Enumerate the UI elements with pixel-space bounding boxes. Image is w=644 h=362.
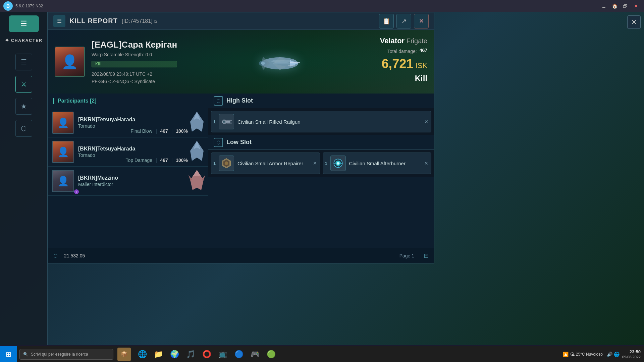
taskbar-icon-cortana[interactable]: 🌐	[135, 347, 150, 362]
participants-panel: Participants [2] [BKRN]TetsuyaHarada Tor…	[48, 94, 208, 248]
railgun-name: Civilian Small Rifled Railgun	[237, 119, 419, 125]
slot-item-afterburner[interactable]: 1	[323, 153, 432, 174]
svg-rect-8	[290, 62, 300, 63]
sidebar-nav-lines[interactable]: ☰	[15, 54, 32, 70]
date: 09/08/2022	[622, 355, 641, 359]
taskbar-search[interactable]: 🔍 Scrivi qui per eseguire la ricerca	[19, 349, 113, 360]
report-button[interactable]: 📋	[379, 14, 394, 28]
participant-row[interactable]: [BKRN]TetsuyaHarada Tornado Final Blow |…	[48, 108, 208, 137]
participants-title: Participants [2]	[53, 98, 97, 104]
close-report-button[interactable]: ✕	[414, 14, 429, 28]
taskbar-icon-epic[interactable]: 🎮	[248, 347, 262, 362]
minimize-button[interactable]: 🗕	[599, 1, 608, 11]
sidebar-nav: ☰ ⚔ ★ ⬡	[0, 54, 47, 137]
high-slot-icon: ⬡	[214, 96, 223, 106]
search-icon: 🔍	[23, 352, 28, 357]
filter-icon[interactable]: ⊟	[424, 252, 429, 259]
participant-info-3: [BKRN]Mezzino Maller Interdictor	[78, 175, 204, 187]
taskbar-icon-chrome[interactable]: 🌍	[167, 347, 182, 362]
participant-name-3: [BKRN]Mezzino	[78, 175, 204, 181]
kill-report-panel: ☰ KILL REPORT [ID:7457181] ⧉ 📋 ↗ ✕ [EAGL…	[48, 12, 434, 263]
railgun-remove-icon[interactable]: ✕	[424, 119, 428, 124]
participant-info-1: [BKRN]TetsuyaHarada Tornado	[78, 117, 204, 129]
slot-item-armor[interactable]: 1 Civilian Small Armor Repairer ✕	[211, 153, 320, 174]
low-slot-icon: ⬡	[214, 138, 223, 147]
participant-ship-img-3	[189, 170, 205, 190]
kill-badge: Kill	[92, 61, 177, 67]
taskbar-icon-explorer[interactable]: 📁	[151, 347, 166, 362]
sidebar-nav-hex[interactable]: ⬡	[15, 120, 32, 137]
high-slot-title: High Slot	[226, 97, 253, 104]
header-menu-icon[interactable]: ☰	[53, 15, 65, 27]
svg-rect-22	[226, 120, 232, 121]
armor-remove-icon[interactable]: ✕	[313, 161, 317, 166]
afterburner-remove-icon[interactable]: ✕	[424, 161, 428, 166]
kill-report-title: KILL REPORT	[69, 17, 118, 25]
share-button[interactable]: ↗	[396, 14, 411, 28]
window-controls: 🗕 🏠 🗗 ✕	[599, 1, 641, 11]
railgun-qty: 1	[213, 119, 216, 124]
taskbar-app-icon-1[interactable]: 📦	[117, 348, 131, 361]
pilot-avatar-image	[55, 47, 84, 76]
taskbar-right: 🔼 🌤 25°C Nuvoloso 🔊 🌐 23:50 09/08/2022	[563, 349, 644, 359]
participant-ship-img-2	[189, 141, 205, 161]
afterburner-qty: 1	[325, 161, 327, 166]
sidebar-nav-star[interactable]: ★	[15, 98, 32, 115]
participant-row[interactable]: [BKRN]TetsuyaHarada Tornado Top Damage |…	[48, 137, 208, 167]
participant-avatar-img-2	[53, 141, 73, 162]
volume-icon[interactable]: 🔊	[607, 352, 612, 357]
taskbar-icon-steam[interactable]: 🔵	[231, 347, 246, 362]
participant-stats-2: Top Damage | 467 | 100%	[126, 158, 188, 163]
restore-button[interactable]: 🗗	[621, 1, 630, 11]
svg-rect-23	[226, 123, 232, 124]
railgun-icon	[219, 114, 234, 129]
participant-row[interactable]: i [BKRN]Mezzino Maller Interdictor	[48, 167, 208, 196]
low-slot-items: 1 Civilian Small Armor Repairer ✕	[208, 150, 434, 177]
home-button[interactable]: 🏠	[610, 1, 619, 11]
kill-info-section: [EAGL]Сара Керіган Warp Scramble Strengt…	[48, 30, 434, 94]
kill-type: Kill	[380, 74, 427, 83]
close-button[interactable]: ✕	[631, 1, 641, 11]
svg-point-12	[271, 60, 291, 63]
bluestacks-titlebar: B 5.6.0.1079 N32 🗕 🏠 🗗 ✕	[0, 0, 644, 12]
game-area: ☰ ✦ CHARACTER ☰ ⚔ ★ ⬡ ☰ KILL REPORT [ID:…	[0, 12, 644, 345]
kill-report-header: ☰ KILL REPORT [ID:7457181] ⧉ 📋 ↗ ✕	[48, 12, 434, 30]
armor-qty: 1	[213, 161, 216, 166]
participant-avatar-1	[52, 112, 74, 134]
low-slot-section: ⬡ Low Slot 1	[208, 135, 434, 177]
participant-ship-2: Tornado	[78, 153, 204, 158]
participant-name-2: [BKRN]TetsuyaHarada	[78, 146, 204, 152]
afterburner-name: Civilian Small Afterburner	[349, 161, 419, 166]
ship-image-area	[233, 37, 327, 90]
network-icon[interactable]: 🌐	[614, 352, 620, 357]
pilot-info: [EAGL]Сара Керіган Warp Scramble Strengt…	[92, 40, 177, 84]
participant-avatar-3	[52, 170, 74, 192]
taskbar-icon-green[interactable]: 🟢	[264, 347, 278, 362]
participant-ship-3: Maller Interdictor	[78, 182, 204, 187]
tray-icon-1[interactable]: 🔼	[563, 352, 569, 357]
sidebar-menu-button[interactable]: ☰	[9, 15, 39, 32]
slot-item-railgun[interactable]: 1 Civili	[211, 111, 431, 132]
time: 23:50	[630, 349, 641, 354]
taskbar-icon-purple[interactable]: ⭕	[199, 347, 214, 362]
weather-text: 25°C Nuvoloso	[576, 352, 603, 357]
participant-rank-badge: i	[74, 189, 79, 194]
taskbar-icon-spotify[interactable]: 🎵	[183, 347, 198, 362]
start-button[interactable]: ⊞	[0, 346, 17, 362]
isk-value: 6,721	[381, 57, 413, 71]
taskbar-icon-obs[interactable]: 📺	[215, 347, 230, 362]
participant-ship-img-1	[189, 112, 205, 132]
participant-avatar-2	[52, 141, 74, 163]
participant-stats-1: Final Blow | 467 | 100%	[130, 128, 188, 134]
kill-timestamp: 2022/08/09 23:49:17 UTC +2	[92, 71, 177, 77]
system-tray-icons: 🔼 🌤 25°C Nuvoloso 🔊 🌐	[563, 352, 620, 357]
svg-marker-18	[193, 170, 201, 177]
sidebar-nav-swords[interactable]: ⚔	[15, 76, 32, 93]
outer-close-button[interactable]: ✕	[627, 15, 641, 29]
kill-stats: Velator Frigate Total damage: 467 6,721 …	[380, 37, 427, 83]
pilot-avatar	[55, 47, 85, 77]
pilot-warp-strength: Warp Scramble Strength: 0.0	[92, 52, 177, 57]
taskbar: ⊞ 🔍 Scrivi qui per eseguire la ricerca 📦…	[0, 346, 644, 362]
copy-icon: ⧉	[154, 19, 157, 24]
character-logo: ✦ CHARACTER	[5, 37, 43, 44]
